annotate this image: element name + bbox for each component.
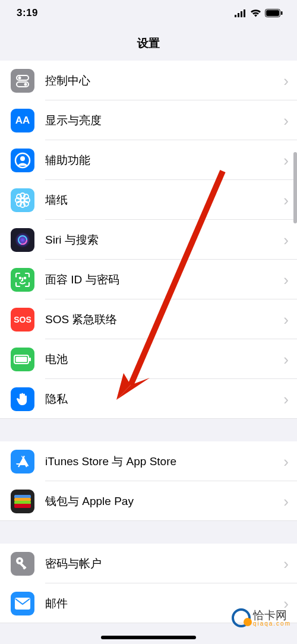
svg-point-8 xyxy=(18,76,21,79)
chevron-right-icon: › xyxy=(283,392,289,407)
chevron-right-icon: › xyxy=(283,113,289,128)
svg-rect-28 xyxy=(16,356,27,362)
passwords-icon xyxy=(11,552,34,576)
settings-row-control-center[interactable]: 控制中心› xyxy=(0,61,297,100)
cellular-icon xyxy=(235,10,247,17)
row-label: 辅助功能 xyxy=(45,153,283,168)
svg-point-10 xyxy=(24,83,27,86)
chevron-right-icon: › xyxy=(283,192,289,208)
settings-row-itunes[interactable]: iTunes Store 与 App Store› xyxy=(0,441,297,481)
battery-icon xyxy=(265,9,283,17)
watermark-logo-icon xyxy=(232,608,251,627)
settings-row-siri[interactable]: Siri 与搜索› xyxy=(0,220,297,260)
privacy-icon xyxy=(11,387,34,411)
row-label: 钱包与 Apple Pay xyxy=(45,494,283,509)
row-label: SOS 紧急联络 xyxy=(45,312,283,327)
settings-row-accessibility[interactable]: 辅助功能› xyxy=(0,140,297,180)
status-icons xyxy=(235,9,283,17)
svg-rect-1 xyxy=(238,13,239,17)
chevron-right-icon: › xyxy=(283,153,289,168)
chevron-right-icon: › xyxy=(283,556,289,572)
svg-rect-6 xyxy=(281,11,283,15)
svg-point-13 xyxy=(21,198,24,202)
settings-row-wallpaper[interactable]: 墙纸› xyxy=(0,180,297,220)
settings-row-sos[interactable]: SOSSOS 紧急联络› xyxy=(0,299,297,339)
settings-row-privacy[interactable]: 隐私› xyxy=(0,379,297,419)
row-label: iTunes Store 与 App Store xyxy=(45,454,283,469)
chevron-right-icon: › xyxy=(283,454,289,469)
row-label: Siri 与搜索 xyxy=(45,232,283,248)
svg-rect-5 xyxy=(266,10,279,16)
settings-row-faceid[interactable]: 面容 ID 与密码› xyxy=(0,260,297,299)
row-label: 墙纸 xyxy=(45,192,283,208)
mail-icon xyxy=(11,592,34,615)
svg-rect-29 xyxy=(29,358,31,361)
row-label: 密码与帐户 xyxy=(45,556,283,572)
faceid-icon xyxy=(11,268,34,292)
sos-icon: SOS xyxy=(11,308,34,332)
row-label: 控制中心 xyxy=(45,73,283,89)
page-title: 设置 xyxy=(137,36,160,51)
watermark: 恰卡网 qiaqa.com xyxy=(232,608,291,627)
header: 设置 xyxy=(0,26,297,61)
settings-row-battery[interactable]: 电池› xyxy=(0,339,297,379)
chevron-right-icon: › xyxy=(283,232,289,248)
chevron-right-icon: › xyxy=(283,272,289,288)
row-label: 隐私 xyxy=(45,392,283,407)
svg-point-22 xyxy=(15,232,30,248)
wallet-icon xyxy=(11,490,34,513)
wifi-icon xyxy=(250,9,261,17)
row-label: 面容 ID 与密码 xyxy=(45,272,283,288)
svg-rect-2 xyxy=(241,11,242,17)
status-bar: 3:19 xyxy=(0,0,297,26)
svg-point-25 xyxy=(20,277,21,278)
chevron-right-icon: › xyxy=(283,73,289,89)
svg-rect-33 xyxy=(14,504,31,508)
svg-point-35 xyxy=(18,559,21,561)
chevron-right-icon: › xyxy=(283,312,289,327)
accessibility-icon xyxy=(11,149,34,172)
svg-point-26 xyxy=(24,277,26,278)
home-indicator xyxy=(101,636,196,639)
svg-point-12 xyxy=(20,156,25,161)
scroll-indicator xyxy=(293,152,297,223)
siri-icon xyxy=(11,228,34,252)
status-time: 3:19 xyxy=(17,7,38,19)
watermark-text: 恰卡网 xyxy=(253,610,291,621)
display-icon: AA xyxy=(11,109,34,132)
control-center-icon xyxy=(11,69,34,93)
svg-rect-0 xyxy=(235,15,236,17)
svg-rect-3 xyxy=(244,10,245,17)
itunes-icon xyxy=(11,450,34,473)
row-label: 显示与亮度 xyxy=(45,113,283,128)
wallpaper-icon xyxy=(11,188,34,212)
settings-row-display[interactable]: AA显示与亮度› xyxy=(0,100,297,140)
battery-icon xyxy=(11,348,34,371)
chevron-right-icon: › xyxy=(283,352,289,367)
watermark-url: qiaqa.com xyxy=(253,621,291,627)
settings-content: 控制中心›AA显示与亮度›辅助功能›墙纸›Siri 与搜索›面容 ID 与密码›… xyxy=(0,61,297,623)
row-label: 电池 xyxy=(45,352,283,367)
settings-row-passwords[interactable]: 密码与帐户› xyxy=(0,544,297,583)
settings-row-wallet[interactable]: 钱包与 Apple Pay› xyxy=(0,481,297,521)
chevron-right-icon: › xyxy=(283,494,289,509)
